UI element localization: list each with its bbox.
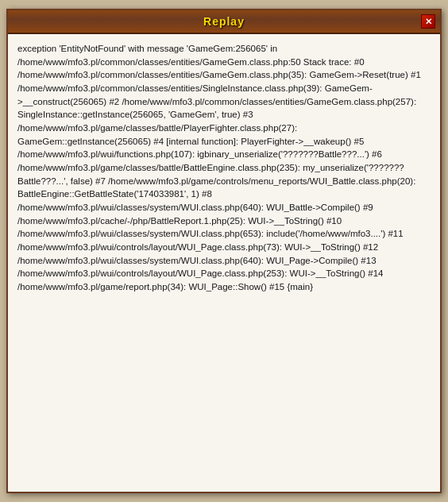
error-text: exception 'EntityNotFound' with message … [17, 42, 431, 294]
content-area: exception 'EntityNotFound' with message … [8, 34, 440, 492]
close-button[interactable]: ✕ [421, 14, 435, 29]
replay-window: Replay ✕ exception 'EntityNotFound' with… [6, 9, 442, 493]
window-title: Replay [203, 15, 245, 28]
title-bar: Replay ✕ [8, 10, 440, 34]
